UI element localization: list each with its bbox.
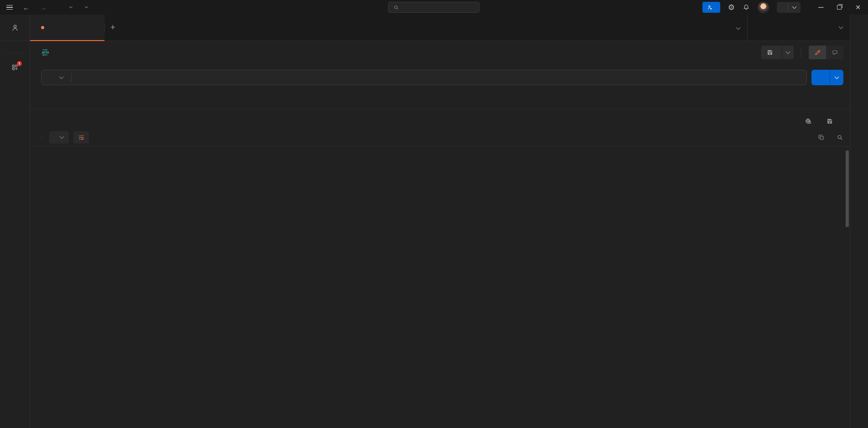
globe-lock-icon[interactable] (805, 118, 812, 125)
svg-text:HTTP: HTTP (42, 51, 49, 54)
save-as-example-button[interactable] (826, 118, 836, 124)
breadcrumb: HTTP (41, 49, 61, 56)
wrap-text-button[interactable] (73, 131, 89, 144)
new-tab-button[interactable]: + (105, 15, 121, 41)
sidebar-item-profile[interactable] (0, 15, 30, 41)
url-bar (41, 70, 807, 85)
forward-arrow-icon[interactable]: → (40, 4, 47, 11)
person-icon (11, 24, 19, 32)
save-options-chevron[interactable] (782, 46, 794, 59)
search-response-icon[interactable] (837, 134, 843, 141)
response-bar (30, 109, 850, 129)
settings-gear-icon[interactable]: ⚙ (728, 4, 735, 11)
active-tab-underline (30, 40, 104, 41)
comment-mode-button[interactable] (826, 46, 843, 59)
request-tabs (30, 91, 850, 109)
format-selector[interactable] (49, 131, 69, 144)
hamburger-menu-icon[interactable] (6, 4, 13, 11)
search-input[interactable] (403, 4, 471, 10)
method-selector[interactable] (42, 76, 71, 79)
user-avatar[interactable] (758, 2, 769, 13)
upgrade-button[interactable] (777, 2, 800, 13)
edit-mode-button[interactable] (809, 46, 826, 59)
global-search[interactable] (388, 2, 479, 13)
invite-button[interactable] (702, 2, 720, 13)
window-close-button[interactable]: ✕ (855, 4, 861, 11)
request-header-row: HTTP (30, 41, 850, 64)
chevron-down-icon (85, 5, 88, 8)
chevron-down-icon (59, 74, 64, 79)
save-button[interactable] (761, 46, 794, 59)
url-input[interactable] (72, 74, 806, 81)
response-view-toolbar (30, 129, 850, 147)
open-request-tab[interactable] (30, 15, 104, 41)
right-rail (850, 15, 868, 428)
vertical-scrollbar[interactable] (846, 150, 849, 227)
tab-overflow-chevron-icon[interactable] (729, 24, 747, 32)
send-button[interactable] (811, 70, 843, 85)
menu-workspaces[interactable] (67, 6, 72, 9)
divider (6, 53, 24, 53)
divider (801, 47, 801, 57)
sidebar-item-configure-blocks[interactable]: ! (11, 63, 19, 71)
url-row (30, 64, 850, 91)
notifications-bell-icon[interactable] (743, 4, 750, 11)
left-sidebar: ! (0, 15, 30, 428)
environment-selector[interactable] (747, 15, 850, 41)
request-tab-strip: + (30, 15, 850, 41)
back-arrow-icon[interactable]: ← (23, 4, 30, 11)
floppy-save-icon (767, 49, 773, 56)
person-add-icon (707, 5, 713, 10)
floppy-save-icon (826, 118, 833, 124)
search-icon (393, 5, 399, 10)
chevron-down-icon (839, 25, 843, 29)
app-top-bar: ← → ⚙ ─ ✕ (0, 0, 868, 15)
send-options-chevron[interactable] (830, 70, 843, 85)
wrap-text-icon (78, 134, 85, 141)
notification-badge: ! (17, 61, 22, 66)
chevron-down-icon (60, 134, 64, 139)
http-request-icon: HTTP (41, 49, 49, 56)
pencil-icon (814, 49, 821, 56)
comment-icon (832, 49, 838, 56)
unsaved-changes-dot (41, 26, 44, 29)
response-body-editor[interactable] (30, 147, 850, 428)
chevron-down-icon (69, 5, 73, 8)
chevron-down-icon (792, 5, 796, 9)
copy-response-icon[interactable] (818, 134, 825, 141)
window-minimize-button[interactable]: ─ (818, 3, 823, 11)
menu-api-network[interactable] (82, 6, 88, 9)
window-restore-button[interactable] (837, 5, 842, 10)
